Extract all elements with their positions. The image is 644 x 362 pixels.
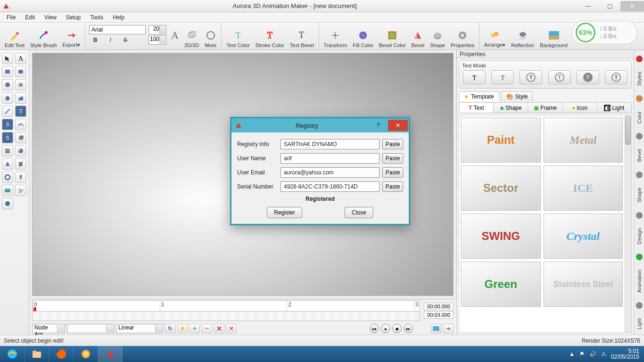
tray-clock[interactable]: 5:01 02/05/2015 [611, 348, 639, 360]
paste-user-email[interactable]: Paste [382, 167, 403, 178]
star-tool[interactable] [15, 79, 26, 90]
polygon-tool[interactable] [2, 92, 13, 104]
subtab-shape[interactable]: ◆Shape [494, 103, 528, 113]
curve-tool[interactable] [15, 119, 26, 130]
gallery-item[interactable]: Crystal [544, 214, 623, 259]
minimize-button[interactable]: — [577, 1, 599, 11]
stroke-color-button[interactable]: TStroke Color [254, 24, 286, 48]
shape-button[interactable]: Shape [428, 24, 447, 48]
text-mode-2[interactable]: T [491, 70, 514, 84]
background-button[interactable]: Background [538, 24, 570, 48]
delete-key-button[interactable]: ✕ [226, 324, 237, 333]
key-button[interactable] [177, 324, 188, 333]
menu-tools[interactable]: Tools [85, 13, 108, 22]
arc-tool[interactable] [15, 92, 26, 104]
screenshot-button[interactable] [431, 324, 441, 333]
globe-tool[interactable] [2, 198, 13, 209]
timeline-ruler[interactable]: 0 1 2 3 [32, 300, 420, 312]
taskbar-explorer[interactable] [25, 346, 49, 362]
bold-button[interactable]: B [89, 35, 101, 45]
menu-edit[interactable]: Edit [20, 13, 40, 22]
render-button[interactable]: ➔ [443, 324, 454, 333]
vase-tool[interactable] [15, 172, 26, 183]
export-button[interactable]: Export▾ [60, 24, 82, 48]
anim-target-combo[interactable] [67, 324, 114, 333]
user-email-input[interactable] [281, 167, 380, 178]
text-mode-1[interactable]: T [463, 70, 486, 84]
cylinder-tool[interactable] [2, 145, 13, 156]
register-button[interactable]: Register [267, 207, 302, 218]
menu-setup[interactable]: Setup [61, 13, 85, 22]
bevel-color-button[interactable]: Bevel Color [377, 24, 408, 48]
text-mode-3[interactable]: T [520, 70, 542, 84]
gallery-item[interactable]: Metal [544, 117, 623, 163]
gallery-scrollbar[interactable] [625, 115, 631, 332]
side-tab-animation[interactable]: Animation [636, 270, 642, 293]
more-button[interactable]: More [203, 24, 218, 48]
sphere-tool[interactable] [15, 145, 26, 156]
taskbar-firefox[interactable] [49, 346, 74, 362]
gallery-item[interactable]: Green [461, 262, 541, 307]
gallery-item[interactable]: ICE [544, 165, 623, 211]
fill-color-button[interactable]: Fill Color [351, 24, 375, 48]
gallery-item[interactable]: Stainless Steel [544, 262, 623, 307]
text-color-button[interactable]: TText Color [224, 24, 252, 48]
font-family-select[interactable] [89, 25, 146, 34]
line-tool[interactable] [2, 106, 13, 117]
goto-start-button[interactable]: ⏮ [370, 324, 379, 333]
side-tab-color[interactable]: Color [636, 111, 642, 123]
2d3d-button[interactable]: 2D/3D [182, 24, 201, 48]
serial-number-input[interactable] [281, 181, 380, 192]
image-tool[interactable] [2, 185, 13, 196]
menu-help[interactable]: Help [108, 13, 129, 22]
menu-file[interactable]: File [2, 13, 20, 22]
roundrect-tool[interactable] [15, 66, 26, 77]
menu-view[interactable]: View [40, 13, 61, 22]
tray-volume-icon[interactable]: 🔊 [589, 351, 596, 357]
stop-button[interactable]: ■ [392, 324, 402, 333]
side-tab-light[interactable]: Light [636, 318, 642, 329]
tray-flag-icon[interactable]: ▲ [569, 351, 575, 357]
rect-tool[interactable] [2, 66, 13, 77]
dialog-close-button[interactable]: ✕ [388, 120, 408, 131]
text-tool[interactable]: A [15, 53, 26, 64]
text-mode-6[interactable]: T [605, 70, 627, 84]
tray-flag2-icon[interactable]: ⚑ [579, 351, 585, 357]
prism-tool[interactable] [15, 158, 26, 170]
particle-tool[interactable] [15, 185, 26, 196]
maximize-button[interactable]: ▢ [599, 1, 620, 11]
svg-tool[interactable]: S [2, 119, 13, 130]
registry-info-input[interactable] [281, 139, 380, 149]
easing-combo[interactable]: Linear [116, 324, 163, 333]
cube-tool[interactable] [15, 132, 26, 143]
style-brush-button[interactable]: Style Brush [28, 24, 58, 48]
arrange-button[interactable]: Arrange▾ [482, 24, 507, 48]
reflection-button[interactable]: Reflection [509, 24, 536, 48]
torus-tool[interactable] [2, 172, 13, 183]
tab-template[interactable]: ★Template [459, 91, 499, 101]
edit-text-button[interactable]: Edit Text [3, 24, 26, 48]
goto-end-button[interactable]: ⏭ [404, 324, 413, 333]
taskbar-app1[interactable] [74, 346, 98, 362]
subtab-icon[interactable]: ●Icon [563, 103, 597, 113]
taskbar-ie[interactable] [0, 346, 25, 362]
side-tab-design[interactable]: Design [636, 228, 642, 244]
tray-network-icon[interactable]: ⚠ [601, 351, 606, 357]
properties-button[interactable]: Properties [449, 24, 476, 48]
dialog-close-btn[interactable]: Close [345, 207, 373, 218]
circle-tool[interactable] [2, 79, 13, 90]
text-bevel-button[interactable]: TText Bevel [288, 24, 316, 48]
paste-user-name[interactable]: Paste [382, 153, 403, 164]
anim-type-combo[interactable]: Node Ani [32, 324, 65, 333]
tab-style[interactable]: 🎨Style [501, 91, 533, 101]
font-style-button[interactable]: A [169, 24, 181, 48]
strike-button[interactable]: S [119, 35, 132, 45]
subtab-text[interactable]: TText [459, 103, 494, 113]
bevel-button[interactable]: Bevel [410, 24, 427, 48]
text-mode-5[interactable]: T [577, 70, 599, 84]
gallery-item[interactable]: SWING [461, 214, 541, 259]
text-mode-4[interactable]: T [548, 70, 571, 84]
subtab-light[interactable]: ◐Light [597, 103, 631, 113]
font-size-top-spinner[interactable]: 20 [149, 25, 166, 34]
side-tab-bevel[interactable]: Bevel [636, 149, 642, 162]
